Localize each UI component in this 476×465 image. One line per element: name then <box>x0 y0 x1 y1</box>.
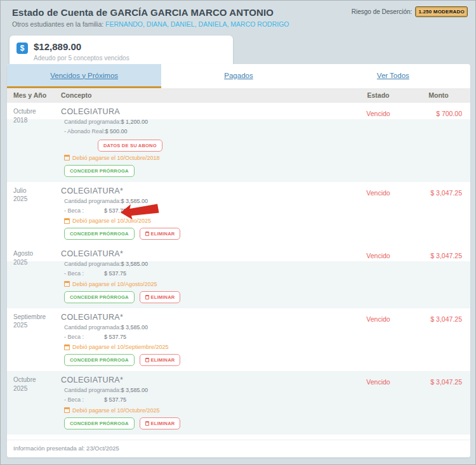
row-actions: CONCEDER PRÓRROGAELIMINAR <box>64 354 350 366</box>
tab-ver-todos[interactable]: Ver Todos <box>316 64 470 88</box>
table-header: Mes y Año Concepto Estado Monto <box>7 88 470 103</box>
concept-title: COLEGIATURA <box>61 107 350 116</box>
row-actions: CONCEDER PRÓRROGAELIMINAR <box>64 291 350 303</box>
status-badge: Vencido <box>366 188 390 197</box>
conceder-prorroga-button[interactable]: CONCEDER PRÓRROGA <box>64 291 135 303</box>
detail-line: Cantidad programada:$ 3,585.00 <box>64 387 350 394</box>
table-row: Julio 2025 COLEGIATURA* Cantidad program… <box>7 182 470 246</box>
concept-title: COLEGIATURA* <box>61 376 350 384</box>
row-actions: CONCEDER PRÓRROGAELIMINAR <box>64 228 350 240</box>
detail-line: - Beca :$ 537.75 <box>64 207 350 214</box>
detail-line: - Beca :$ 537.75 <box>64 270 350 277</box>
trash-icon <box>145 421 149 426</box>
trash-icon <box>145 358 149 362</box>
detail-line: - Abonado Real:$ 500.00 <box>64 128 350 135</box>
status-badge: Vencido <box>366 314 390 323</box>
status-badge: Vencido <box>366 251 390 259</box>
tab-pagados[interactable]: Pagados <box>161 64 315 88</box>
due-note: Debió pagarse el 10/Julio/2025 <box>64 218 350 224</box>
row-amount: $ 700.00 <box>436 108 462 117</box>
detail-line: - Beca :$ 537.75 <box>64 334 350 341</box>
col-header-estado: Estado <box>350 91 407 99</box>
row-details: Cantidad programada:$ 3,585.00- Beca :$ … <box>61 261 350 278</box>
calendar-icon <box>64 407 70 413</box>
row-month: Septiembre 2025 <box>7 313 55 330</box>
family-student-link[interactable]: DANIEL <box>171 20 195 28</box>
row-month: Julio 2025 <box>7 187 55 204</box>
conceder-prorroga-button[interactable]: CONCEDER PRÓRROGA <box>64 354 135 366</box>
family-label: Otros estudiantes en la familia: <box>12 20 103 28</box>
col-header-monto: Monto <box>407 91 470 99</box>
due-note: Debió pagarse el 10/Agosto/2025 <box>64 281 350 287</box>
calendar-icon <box>64 344 70 350</box>
row-month: Agosto 2025 <box>7 249 55 266</box>
calendar-icon <box>64 218 70 224</box>
conceder-prorroga-button[interactable]: CONCEDER PRÓRROGA <box>64 228 135 240</box>
conceder-prorroga-button[interactable]: CONCEDER PRÓRROGA <box>64 165 135 177</box>
detail-line: Cantidad programada:$ 3,585.00 <box>64 198 350 205</box>
row-actions: CONCEDER PRÓRROGA <box>64 165 350 177</box>
row-actions: CONCEDER PRÓRROGAELIMINAR <box>64 417 350 429</box>
calendar-icon <box>64 155 70 160</box>
tab-label: Pagados <box>224 72 253 79</box>
row-amount: $ 3,047.25 <box>430 377 462 386</box>
detail-line: Cantidad programada:$ 3,585.00 <box>64 324 350 331</box>
calendar-icon <box>64 281 70 287</box>
statement-panel: Vencidos y Próximos Pagados Ver Todos Me… <box>7 64 470 457</box>
dollar-icon: $ <box>17 43 28 54</box>
row-amount: $ 3,047.25 <box>430 314 462 323</box>
tab-label: Vencidos y Próximos <box>50 72 118 79</box>
due-note: Debió pagarse el 10/Septiembre/2025 <box>64 344 350 350</box>
table-row: Octubre 2018 COLEGIATURA Cantidad progra… <box>7 103 470 182</box>
risk-label: Riesgo de Deserción: <box>352 8 413 15</box>
row-month: Octubre 2025 <box>7 376 55 393</box>
table-row: Agosto 2025 COLEGIATURA* Cantidad progra… <box>7 245 470 308</box>
dropout-risk: Riesgo de Deserción: 1.250 MODERADO <box>352 6 468 17</box>
statement-footer: Información presentada al: 23/Oct/2025 <box>7 440 470 457</box>
row-amount: $ 3,047.25 <box>430 188 462 197</box>
family-student-link[interactable]: FERNANDO <box>105 20 143 28</box>
detail-line: Cantidad programada:$ 1,200.00 <box>64 119 350 126</box>
eliminar-button[interactable]: ELIMINAR <box>140 354 181 366</box>
due-note: Debió pagarse el 10/Octubre/2018 <box>64 155 350 161</box>
family-students-line: Otros estudiantes en la familia: FERNAND… <box>12 20 465 28</box>
total-due-amount: $12,889.00 <box>34 41 227 52</box>
status-badge: Vencido <box>366 377 390 386</box>
tab-vencidos-y-proximos[interactable]: Vencidos y Próximos <box>7 64 161 88</box>
family-links: FERNANDO, DIANA, DANIEL, DANIELA, MARCO … <box>105 20 289 28</box>
detail-line: - Beca :$ 537.75 <box>64 396 350 403</box>
tab-bar: Vencidos y Próximos Pagados Ver Todos <box>7 64 470 88</box>
eliminar-button[interactable]: ELIMINAR <box>140 228 181 240</box>
col-header-concepto: Concepto <box>55 91 350 99</box>
due-note: Debió pagarse el 10/Octubre/2025 <box>64 407 350 414</box>
row-month: Octubre 2018 <box>7 107 55 124</box>
row-details: Cantidad programada:$ 3,585.00- Beca :$ … <box>61 198 350 215</box>
rows-container: Octubre 2018 COLEGIATURA Cantidad progra… <box>7 103 470 457</box>
trash-icon <box>145 295 149 299</box>
eliminar-button[interactable]: ELIMINAR <box>140 417 181 429</box>
payment-wrap: DATOS DE SU ABONO <box>98 138 350 152</box>
datos-abono-button[interactable]: DATOS DE SU ABONO <box>98 140 162 152</box>
col-header-mes: Mes y Año <box>7 91 55 99</box>
family-student-link[interactable]: DIANA <box>147 20 167 28</box>
balance-subtitle: Adeudo por 5 conceptos vencidos <box>34 55 227 62</box>
family-student-link[interactable]: DANIELA <box>199 20 227 28</box>
concept-title: COLEGIATURA* <box>61 249 350 258</box>
row-details: Cantidad programada:$ 3,585.00- Beca :$ … <box>61 387 350 404</box>
detail-line: Cantidad programada:$ 3,585.00 <box>64 261 350 268</box>
status-badge: Vencido <box>366 108 390 117</box>
row-amount: $ 3,047.25 <box>430 251 462 259</box>
family-student-link[interactable]: MARCO RODRIGO <box>230 20 289 28</box>
trash-icon <box>145 232 149 236</box>
concept-title: COLEGIATURA* <box>61 187 350 195</box>
tab-label: Ver Todos <box>377 72 409 79</box>
concept-title: COLEGIATURA* <box>61 313 350 322</box>
conceder-prorroga-button[interactable]: CONCEDER PRÓRROGA <box>64 417 135 429</box>
risk-badge[interactable]: 1.250 MODERADO <box>415 6 468 17</box>
table-row: Septiembre 2025 COLEGIATURA* Cantidad pr… <box>7 308 470 372</box>
row-details: Cantidad programada:$ 1,200.00- Abonado … <box>61 119 350 136</box>
row-details: Cantidad programada:$ 3,585.00- Beca :$ … <box>61 324 350 341</box>
table-row: Octubre 2025 COLEGIATURA* Cantidad progr… <box>7 371 470 435</box>
eliminar-button[interactable]: ELIMINAR <box>140 291 181 303</box>
